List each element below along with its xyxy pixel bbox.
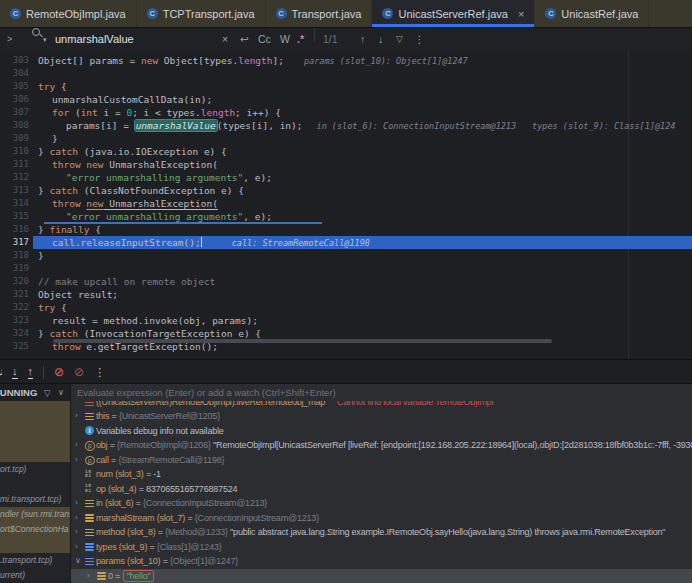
rerun-icon[interactable]: ↻ <box>0 367 2 378</box>
code-line-315[interactable]: 315"error unmarshalling arguments", e); <box>0 210 692 223</box>
collapse-chevron-icon[interactable]: ∨ <box>75 554 81 569</box>
expand-chevron-icon[interactable]: › <box>75 525 78 540</box>
code-token: unmarshalCustomCallData(in); <box>52 94 212 105</box>
expand-chevron-icon[interactable]: › <box>75 496 78 511</box>
variable-row-params-0[interactable]: ›0 = "hello" <box>71 569 692 583</box>
code-line-306[interactable]: 306unmarshalCustomCallData(in); <box>0 93 692 106</box>
search-input[interactable]: unmarshalValue <box>55 28 134 51</box>
step-into-icon[interactable]: ↓ <box>12 366 18 379</box>
debug-more-icon[interactable]: ⋮ <box>94 367 105 378</box>
code-token: ; i < types. <box>132 107 201 118</box>
code-line-305[interactable]: 305try { <box>0 80 692 93</box>
variable-row-params[interactable]: ∨params (slot_10) = {Object[1]@1247} <box>71 554 692 569</box>
code-line-323[interactable]: 323result = method.invoke(obj, params); <box>0 314 692 327</box>
code-line-321[interactable]: 321Object result; <box>0 288 692 301</box>
chevron-down-icon[interactable]: ∨ <box>58 384 64 402</box>
newline-icon[interactable]: ↩ <box>240 28 249 51</box>
tab-UnicastServerRef.java[interactable]: CUnicastServerRef.java× <box>372 0 535 27</box>
thread-filter-icon[interactable]: ▽ <box>44 384 51 402</box>
code-line-307[interactable]: 307for (int i = 0; i < types.length; i++… <box>0 106 692 119</box>
search-filter-icon[interactable]: ▽ <box>396 28 403 51</box>
stack-frame-9[interactable] <box>0 537 70 552</box>
stack-frame-6[interactable]: mi.transport.tcp) <box>0 492 70 507</box>
search-more-options-icon[interactable]: ⋮ <box>414 28 425 51</box>
expand-chevron-icon[interactable]: › <box>87 569 90 583</box>
variable-name: op (slot_4) <box>96 484 136 494</box>
code-line-303[interactable]: 303Object[] params = new Object[types.le… <box>0 54 692 67</box>
code-line-322[interactable]: 322try { <box>0 301 692 314</box>
code-line-309[interactable]: 309} <box>0 132 692 145</box>
expand-chevron-icon[interactable]: › <box>75 511 78 526</box>
stack-frame-5[interactable] <box>0 477 70 492</box>
watch-error-row[interactable]: ((UnicastServerRef)RemoteObjImpl).liveRe… <box>71 401 692 408</box>
whole-words-toggle[interactable]: W <box>280 28 290 51</box>
variable-row-this[interactable]: ›this = {UnicastServerRef@1205} <box>71 409 692 424</box>
variable-ref: {ConnectionInputStream@1213} <box>143 498 267 508</box>
frames-panel[interactable]: ort.tcp)mi.transport.tcp)ndler (sun.rmi.… <box>0 401 70 583</box>
java-class-icon: C <box>382 8 393 19</box>
close-tab-icon[interactable]: × <box>518 8 524 20</box>
line-number-319[interactable]: 319 <box>0 262 29 275</box>
code-line-311[interactable]: 311throw new UnmarshalException( <box>0 158 692 171</box>
code-line-320[interactable]: 320// make upcall on remote object <box>0 275 692 288</box>
variable-row-info[interactable]: iVariables debug info not available <box>71 424 692 439</box>
variable-p: = <box>160 556 170 566</box>
code-line-319[interactable]: 319 <box>0 262 692 275</box>
variable-row-types[interactable]: ›types (slot_9) = {Class[1]@1243} <box>71 540 692 555</box>
evaluate-expression-input[interactable]: Evaluate expression (Enter) or add a wat… <box>71 383 692 401</box>
variable-row-op[interactable]: 1001op (slot_4) = 8370655165776887524 <box>71 482 692 497</box>
expand-chevron-icon[interactable]: › <box>75 453 78 468</box>
editor[interactable]: 303Object[] params = new Object[types.le… <box>0 52 692 359</box>
stack-frame-0[interactable] <box>0 401 70 416</box>
code-line-316[interactable]: 316} finally { <box>0 223 692 236</box>
step-out-icon[interactable]: ↑ <box>28 366 34 379</box>
code-token: new <box>86 159 103 170</box>
clear-search-icon[interactable]: × <box>222 28 228 51</box>
code-token: Object result; <box>38 289 118 300</box>
tab-RemoteObjImpl.java[interactable]: CRemoteObjImpl.java <box>0 0 137 27</box>
stack-frame-7[interactable]: ndler (sun.rmi.trans <box>0 507 70 522</box>
expand-chevron-icon[interactable]: › <box>75 409 78 424</box>
tab-Transport.java[interactable]: CTransport.java <box>266 0 373 27</box>
code-token: } <box>38 250 44 261</box>
stack-frame-3[interactable] <box>0 446 70 461</box>
code-line-313[interactable]: 313} catch (ClassNotFoundException e) { <box>0 184 692 197</box>
stack-frame-8[interactable]: ort$ConnectionHa <box>0 522 70 537</box>
mute-breakpoints-icon[interactable]: ⊘ <box>74 367 84 378</box>
code-line-304[interactable]: 304 <box>0 67 692 80</box>
variable-row-method[interactable]: ›method (slot_8) = {Method@1233} "public… <box>71 525 692 540</box>
variable-row-in[interactable]: ›in (slot_6) = {ConnectionInputStream@12… <box>71 496 692 511</box>
tab-TCPTransport.java[interactable]: CTCPTransport.java <box>137 0 266 27</box>
code-token: { <box>90 224 101 235</box>
code-line-317[interactable]: 317call.releaseInputStream();call: Strea… <box>0 236 692 249</box>
variable-row-marshalStream[interactable]: ›marshalStream (slot_7) = {ConnectionInp… <box>71 511 692 526</box>
regex-toggle[interactable]: .* <box>297 28 304 51</box>
previous-occurrence-button[interactable]: ↑ <box>360 28 365 51</box>
search-expander-icon[interactable]: > <box>7 28 12 51</box>
expand-chevron-icon[interactable]: › <box>75 540 78 555</box>
stack-frame-1[interactable] <box>0 416 70 431</box>
variable-row-call[interactable]: ›pcall = {StreamRemoteCall@1198} <box>71 453 692 468</box>
next-occurrence-button[interactable]: ↓ <box>378 28 383 51</box>
horizontal-scrollbar[interactable] <box>53 339 552 343</box>
code-line-318[interactable]: 318} <box>0 249 692 262</box>
code-line-314[interactable]: 314throw new UnmarshalException( <box>0 197 692 210</box>
stack-frame-11[interactable]: urrent) <box>0 568 70 583</box>
view-breakpoints-icon[interactable]: ⊘ <box>54 367 64 378</box>
tab-UnicastRef.java[interactable]: CUnicastRef.java <box>535 0 649 27</box>
stack-frame-2[interactable] <box>0 431 70 446</box>
stack-frame-4[interactable]: ort.tcp) <box>0 462 70 477</box>
variable-row-num[interactable]: 1001num (slot_3) = -1 <box>71 467 692 482</box>
code-line-312[interactable]: 312"error unmarshalling arguments", e); <box>0 171 692 184</box>
code-line-310[interactable]: 310} catch (java.io.IOException e) { <box>0 145 692 158</box>
search-history-caret-icon[interactable]: ▾ <box>43 28 47 51</box>
code-token: Object[] params = <box>38 55 141 66</box>
code-line-308[interactable]: 308params[i] = unmarshalValue(types[i], … <box>0 119 692 132</box>
variables-panel[interactable]: ((UnicastServerRef)RemoteObjImpl).liveRe… <box>71 401 692 583</box>
line-number-304[interactable]: 304 <box>0 67 29 80</box>
match-case-toggle[interactable]: Cc <box>258 28 271 51</box>
threads-dropdown[interactable]: RUNNING ▽ ∨ <box>0 383 70 402</box>
expand-chevron-icon[interactable]: › <box>75 438 78 453</box>
stack-frame-10[interactable]: .transport.tcp) <box>0 553 70 568</box>
variable-row-obj[interactable]: ›pobj = {RemoteObjImpl@1206} "RemoteObjI… <box>71 438 692 453</box>
